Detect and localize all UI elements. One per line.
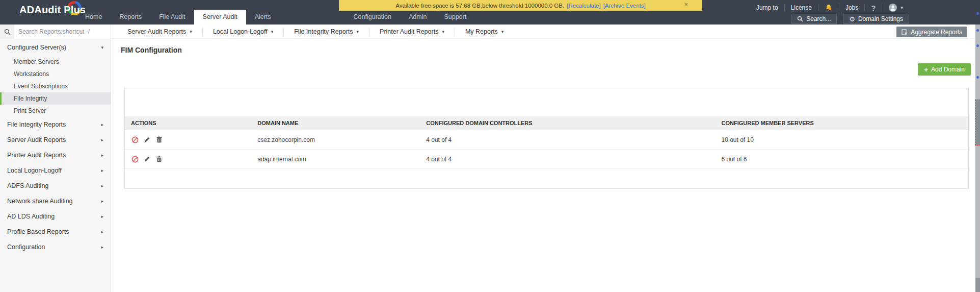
delete-icon[interactable] <box>155 155 163 163</box>
jobs-link[interactable]: Jobs <box>839 4 865 11</box>
add-domain-label: Add Domain <box>931 66 965 73</box>
menu-server-audit-reports[interactable]: Server Audit Reports ▾ <box>117 28 203 36</box>
menu-label: Printer Audit Reports <box>380 28 438 35</box>
chevron-down-icon: ▾ <box>101 45 103 50</box>
sidebar-section-label: Local Logon-Logoff <box>7 167 62 174</box>
sidebar-section-network-share-auditing[interactable]: Network share Auditing ▸ <box>0 193 111 209</box>
edge-dot-icon <box>976 12 979 15</box>
chevron-down-icon: ▾ <box>442 29 444 34</box>
archive-events-link[interactable]: [Archive Events] <box>603 3 646 9</box>
chevron-down-icon: ▾ <box>357 29 359 34</box>
domain-settings-button[interactable]: ⚙ Domain Settings <box>843 14 909 24</box>
notifications-bell[interactable] <box>818 4 839 12</box>
cell-domain-name: csez.zohocorpin.com <box>251 130 420 149</box>
scrollbar-thumb[interactable] <box>975 100 980 145</box>
col-header-configured-dcs: CONFIGURED DOMAIN CONTROLLERS <box>420 116 715 130</box>
bell-icon <box>825 4 833 12</box>
global-search-button[interactable]: Search... <box>791 14 837 24</box>
sidebar-section-label: ADFS Auditing <box>7 182 48 189</box>
tab-configuration[interactable]: Configuration <box>345 10 400 25</box>
sidebar-section-configuration[interactable]: Configuration ▸ <box>0 239 111 255</box>
edge-dot-icon <box>976 44 979 47</box>
table-row: adap.internal.com 4 out of 4 6 out of 6 <box>125 150 968 169</box>
sidebar-section-adfs-auditing[interactable]: ADFS Auditing ▸ <box>0 178 111 193</box>
help-button[interactable]: ? <box>865 4 882 12</box>
menu-local-logon-logoff[interactable]: Local Logon-Logoff ▾ <box>203 28 284 36</box>
fim-table-panel: ACTIONS DOMAIN NAME CONFIGURED DOMAIN CO… <box>124 88 969 189</box>
jump-to-link[interactable]: Jump to <box>750 4 785 11</box>
tab-support[interactable]: Support <box>435 10 475 25</box>
edge-dot-icon <box>976 76 979 79</box>
user-avatar-icon <box>888 3 897 12</box>
col-header-configured-members: CONFIGURED MEMBER SERVERS <box>716 116 969 130</box>
cell-configured-dcs: 4 out of 4 <box>420 150 715 168</box>
tab-admin[interactable]: Admin <box>400 10 435 25</box>
chevron-down-icon: ▾ <box>900 5 903 10</box>
sidebar-section-ad-lds-auditing[interactable]: AD LDS Auditing ▸ <box>0 209 111 224</box>
chevron-right-icon: ▸ <box>101 183 103 188</box>
sidebar-section-file-integrity-reports[interactable]: File Integrity Reports ▸ <box>0 117 111 132</box>
search-icon <box>797 16 803 22</box>
chevron-right-icon: ▸ <box>101 245 103 250</box>
report-search-input[interactable] <box>14 25 111 38</box>
sidebar-section-label: Network share Auditing <box>7 198 73 205</box>
sidebar-section-label: AD LDS Auditing <box>7 213 55 220</box>
menu-printer-audit-reports[interactable]: Printer Audit Reports ▾ <box>369 28 455 36</box>
sidebar-section-label: Server Audit Reports <box>7 136 66 143</box>
sidebar-item-file-integrity[interactable]: File Integrity <box>0 92 111 105</box>
sidebar-item-member-servers[interactable]: Member Servers <box>0 56 111 68</box>
tab-file-audit[interactable]: File Audit <box>150 10 194 25</box>
sidebar-section-local-logon-logoff[interactable]: Local Logon-Logoff ▸ <box>0 163 111 178</box>
sidebar: Configured Server(s) ▾ Member Servers Wo… <box>0 39 111 292</box>
cell-configured-dcs: 4 out of 4 <box>420 130 715 149</box>
menu-label: Server Audit Reports <box>127 28 186 35</box>
banner-message: Available free space is 57.68 GB,below t… <box>395 3 564 9</box>
cell-configured-members: 10 out of 10 <box>716 130 969 149</box>
tab-server-audit[interactable]: Server Audit <box>194 10 246 25</box>
sidebar-item-event-subscriptions[interactable]: Event Subscriptions <box>0 80 111 92</box>
banner-close-icon[interactable]: × <box>684 1 688 8</box>
sidebar-group-configured-servers[interactable]: Configured Server(s) ▾ <box>0 39 111 56</box>
free-space-alert-banner: Available free space is 57.68 GB,below t… <box>339 0 702 11</box>
row-actions <box>125 130 251 149</box>
top-utilities: Jump to License Jobs ? <box>750 3 909 13</box>
sidebar-section-label: Profile Based Reports <box>7 228 69 235</box>
edit-icon[interactable] <box>143 136 151 143</box>
col-header-domain-name: DOMAIN NAME <box>251 116 420 130</box>
app-window: ADAudit Plus Home Reports File Audit Ser… <box>0 0 980 292</box>
chevron-down-icon: ▾ <box>501 29 504 34</box>
menu-my-reports[interactable]: My Reports ▾ <box>455 28 514 36</box>
menu-file-integrity-reports[interactable]: File Integrity Reports ▾ <box>284 28 369 36</box>
add-domain-button[interactable]: + Add Domain <box>918 63 971 76</box>
scrollbar-thumb-bottom[interactable] <box>975 278 980 292</box>
menu-label: Local Logon-Logoff <box>213 28 268 35</box>
sidebar-group-label: Configured Server(s) <box>7 44 66 51</box>
disable-icon[interactable] <box>131 136 139 143</box>
tab-reports[interactable]: Reports <box>111 10 150 25</box>
domain-settings-label: Domain Settings <box>858 15 903 22</box>
sidebar-section-label: Configuration <box>7 244 45 251</box>
sidebar-section-printer-audit-reports[interactable]: Printer Audit Reports ▸ <box>0 148 111 163</box>
edit-icon[interactable] <box>143 155 151 163</box>
chevron-right-icon: ▸ <box>101 122 103 127</box>
help-icon: ? <box>871 4 876 12</box>
sidebar-section-label: Printer Audit Reports <box>7 152 66 159</box>
aggregate-reports-button[interactable]: Aggregate Reports <box>896 27 967 37</box>
delete-icon[interactable] <box>155 136 163 143</box>
recalculate-link[interactable]: [Recalculate] <box>567 3 600 9</box>
sidebar-section-profile-based-reports[interactable]: Profile Based Reports ▸ <box>0 224 111 239</box>
tab-alerts[interactable]: Alerts <box>246 10 280 25</box>
chevron-right-icon: ▸ <box>101 214 103 219</box>
sidebar-item-workstations[interactable]: Workstations <box>0 68 111 80</box>
search-icon <box>0 25 14 39</box>
sidebar-section-server-audit-reports[interactable]: Server Audit Reports ▸ <box>0 132 111 148</box>
cell-domain-name: adap.internal.com <box>251 150 420 168</box>
sidebar-item-print-server[interactable]: Print Server <box>0 105 111 117</box>
sidebar-search <box>0 25 111 39</box>
right-edge-strip <box>975 0 980 292</box>
license-link[interactable]: License <box>785 4 818 11</box>
subnav-menus: Server Audit Reports ▾ Local Logon-Logof… <box>117 25 514 39</box>
disable-icon[interactable] <box>131 155 139 163</box>
chevron-down-icon: ▾ <box>271 29 274 34</box>
user-menu[interactable]: ▾ <box>882 3 909 12</box>
